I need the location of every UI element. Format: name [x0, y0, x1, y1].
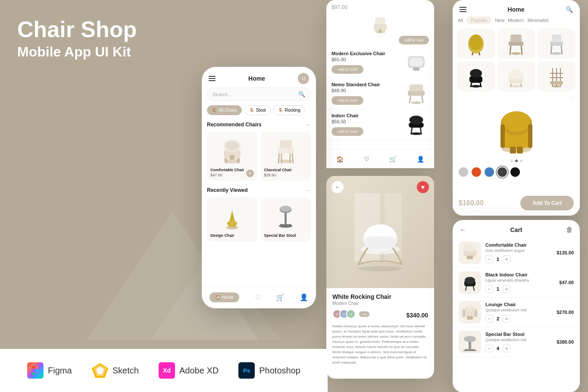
detail-nav-dots — [453, 160, 580, 162]
detail-hamburger[interactable] — [460, 7, 466, 12]
cat-stool[interactable]: 🪑 Stool — [244, 105, 271, 115]
filter-modern[interactable]: Modern — [508, 16, 524, 24]
sketch-label: Sketch — [113, 366, 139, 376]
filter-new[interactable]: New — [495, 16, 504, 24]
user-avatar[interactable]: U — [298, 73, 309, 84]
list-nav-home[interactable]: 🏠 — [336, 156, 344, 163]
svg-point-4 — [35, 369, 38, 372]
list-nav-cart[interactable]: 🛒 — [389, 156, 397, 163]
qty-control-2: − 1 + — [485, 285, 555, 293]
qty-plus-3[interactable]: + — [503, 315, 510, 323]
qty-plus-4[interactable]: + — [503, 345, 510, 352]
color-gray[interactable] — [459, 167, 468, 177]
list-img-2 — [403, 82, 429, 105]
hamburger-icon[interactable] — [209, 76, 216, 81]
add-btn-3[interactable]: Add to Cart — [332, 127, 363, 136]
dot-1 — [510, 160, 513, 162]
user-avatars: U U U +22 — [332, 309, 369, 319]
photo-heart-btn[interactable]: ♥ — [417, 181, 429, 193]
cat-all-chairs[interactable]: 🪑 All Chairs — [207, 105, 242, 115]
dot-2 — [515, 160, 518, 162]
svg-point-100 — [465, 277, 475, 284]
qty-minus-4[interactable]: − — [485, 345, 493, 352]
recent-arrow[interactable]: → — [305, 187, 311, 194]
qty-minus-3[interactable]: − — [485, 315, 493, 323]
list-nav-profile[interactable]: 👤 — [417, 156, 424, 163]
phone-cart-screen: ← Cart 🗑 Comfortable Chair Duis vestibul… — [453, 220, 580, 392]
grid-chair-3[interactable] — [538, 28, 575, 59]
svg-rect-44 — [410, 85, 423, 91]
cart-delete-icon[interactable]: 🗑 — [566, 226, 573, 234]
qty-minus-2[interactable]: − — [485, 285, 493, 293]
detail-title: Home — [508, 6, 525, 13]
nav-home[interactable]: 🏠 Home — [210, 292, 239, 302]
photo-back-btn[interactable]: ← — [332, 181, 344, 193]
list-item-3-name: Indorr Chair — [332, 113, 403, 118]
design-chair-img — [210, 201, 254, 231]
color-orange[interactable] — [472, 167, 481, 177]
svg-point-69 — [510, 85, 522, 88]
svg-line-16 — [278, 153, 279, 163]
nav-wishlist[interactable]: ♡ — [255, 293, 261, 301]
add-btn-2[interactable]: Add to Cart — [332, 96, 363, 105]
svg-line-62 — [551, 46, 552, 54]
grid-chair-2[interactable] — [497, 28, 535, 59]
nav-cart[interactable]: 🛒 — [276, 293, 285, 301]
qty-control-1: − 1 + — [485, 255, 552, 263]
grid-chair-1[interactable] — [457, 28, 495, 59]
detail-search-icon[interactable]: 🔍 — [566, 6, 573, 13]
cart-item-1-sub: Duis vestibulum augue — [485, 248, 552, 253]
svg-rect-98 — [467, 256, 473, 259]
add-to-cart-btn[interactable]: Add To Cart — [520, 196, 574, 210]
svg-point-95 — [359, 266, 402, 271]
svg-rect-106 — [463, 309, 465, 317]
add-btn-1[interactable]: Add to Cart — [332, 65, 363, 74]
cart-price-1: $135.00 — [557, 250, 574, 255]
add-comfortable-btn[interactable]: + — [246, 169, 254, 177]
search-bar[interactable]: Search... 🔍 — [207, 88, 311, 101]
svg-rect-94 — [365, 236, 395, 249]
svg-rect-86 — [517, 147, 523, 154]
cat-rocking[interactable]: 🪑 Rocking — [273, 105, 305, 115]
cart-item-2-sub: Ligula venenatis pharetra — [485, 278, 555, 282]
nav-profile[interactable]: 👤 — [300, 293, 308, 301]
cart-item-3-sub: Quisque vestibulum nisl — [485, 308, 552, 312]
detail-buy-bar: $160.00 Add To Cart — [453, 191, 580, 216]
add-cart-top[interactable]: Add to Cart — [399, 36, 429, 44]
grid-chair-6[interactable] — [538, 61, 575, 91]
qty-minus-1[interactable]: − — [485, 255, 493, 263]
search-icon[interactable]: 🔍 — [298, 91, 305, 97]
list-item-2-name: Nemo Standard Chair — [332, 82, 403, 87]
list-item-1: Modern Exclusive Chair $65.00 Add to Car… — [326, 47, 434, 78]
product-bar-stool[interactable]: Special Bar Stool — [261, 197, 311, 242]
svg-line-63 — [561, 46, 562, 54]
cart-back-btn[interactable]: ← — [460, 226, 466, 234]
svg-line-72 — [510, 84, 511, 87]
svg-point-28 — [280, 206, 291, 212]
product-comfortable[interactable]: Comfortable Chair $47.00 + — [207, 132, 257, 181]
recommended-arrow[interactable]: → — [305, 121, 311, 128]
grid-chair-5[interactable] — [497, 61, 535, 91]
product-design[interactable]: Design Chair — [207, 197, 257, 242]
filter-all[interactable]: All — [458, 16, 463, 24]
qty-plus-2[interactable]: + — [503, 285, 510, 293]
product-classical[interactable]: Classical Chair $28.50 — [261, 132, 311, 181]
detail-chair-display — [488, 98, 544, 154]
svg-rect-87 — [500, 124, 505, 148]
detail-heart-btn[interactable]: ♡ — [569, 95, 575, 103]
filter-tabs: All Popular New Modern Minimalist — [453, 16, 580, 28]
svg-rect-58 — [510, 34, 522, 42]
list-item-1-price: $65.00 — [332, 57, 403, 62]
qty-plus-1[interactable]: + — [503, 255, 510, 263]
color-blue[interactable] — [485, 167, 494, 177]
filter-popular[interactable]: Popular — [466, 16, 491, 24]
color-black[interactable] — [510, 167, 520, 177]
filter-minimalist[interactable]: Minimalist — [527, 16, 548, 24]
color-darkgray[interactable] — [497, 167, 507, 177]
grid-chair-4[interactable] — [457, 61, 495, 91]
cart-img-1 — [459, 241, 481, 264]
cart-img-4 — [459, 331, 481, 353]
qty-3: 2 — [497, 316, 499, 321]
list-nav-heart[interactable]: ♡ — [364, 156, 369, 163]
svg-line-47 — [420, 127, 421, 134]
